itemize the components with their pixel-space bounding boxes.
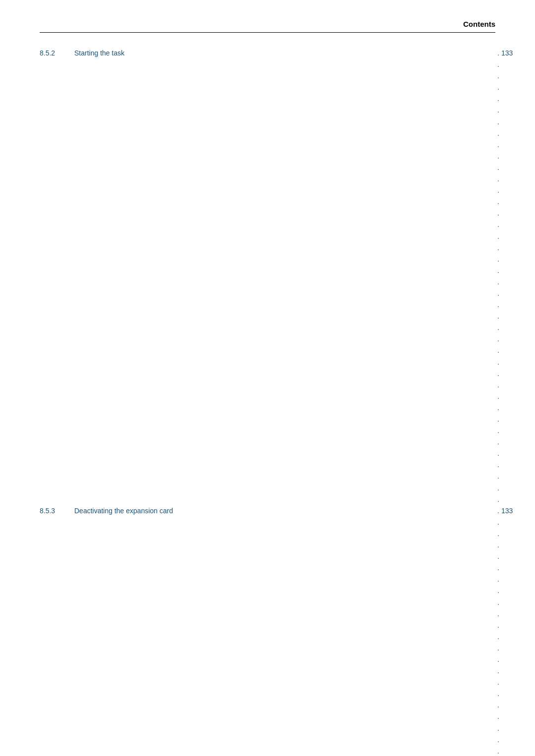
toc-table: 8.5.2Starting the task . . . . . . . . .… [40,48,495,756]
page: Contents 8.5.2Starting the task . . . . … [0,0,535,756]
header-title: Contents [463,20,495,28]
page-header: Contents [40,20,495,33]
toc-label: Deactivating the expansion card [74,505,495,517]
toc-number: 8.5.3 [40,505,74,756]
list-item: 8.5.3Deactivating the expansion card . .… [40,505,495,756]
toc-dots: . . . . . . . . . . . . . . . . . . . . … [495,505,499,756]
toc-entry-cell[interactable]: Starting the task . . . . . . . . . . . … [74,48,495,505]
toc-label: Starting the task [74,48,495,59]
toc-page-number: 133 [499,505,513,517]
toc-dots: . . . . . . . . . . . . . . . . . . . . … [495,48,499,505]
toc-page-number: 133 [499,48,513,59]
toc-number: 8.5.2 [40,48,74,505]
list-item: 8.5.2Starting the task . . . . . . . . .… [40,48,495,505]
toc-entry-cell[interactable]: Deactivating the expansion card . . . . … [74,505,495,756]
